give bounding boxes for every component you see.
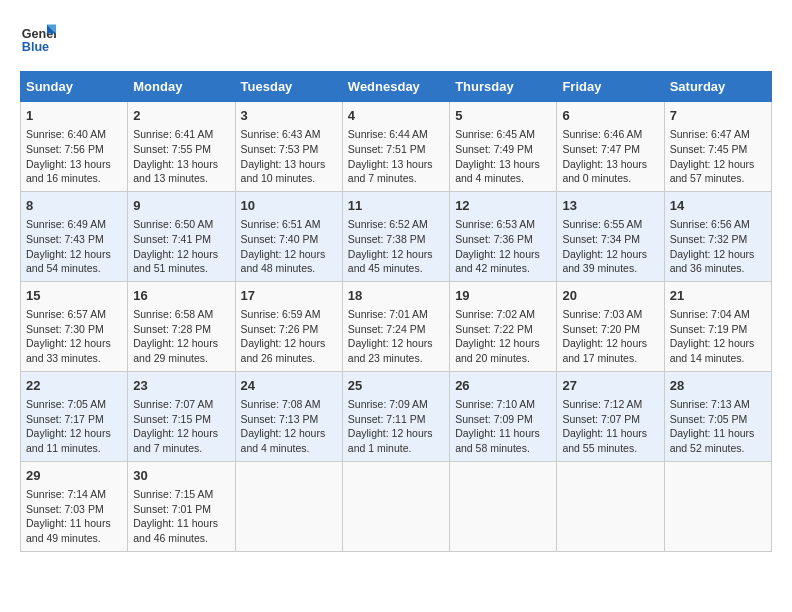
calendar-cell: 11Sunrise: 6:52 AM Sunset: 7:38 PM Dayli… <box>342 191 449 281</box>
day-number: 17 <box>241 287 337 305</box>
day-detail: Sunrise: 6:59 AM Sunset: 7:26 PM Dayligh… <box>241 307 337 366</box>
header-day-tuesday: Tuesday <box>235 72 342 102</box>
day-detail: Sunrise: 6:53 AM Sunset: 7:36 PM Dayligh… <box>455 217 551 276</box>
day-number: 7 <box>670 107 766 125</box>
calendar-cell: 1Sunrise: 6:40 AM Sunset: 7:56 PM Daylig… <box>21 102 128 192</box>
calendar-week-4: 22Sunrise: 7:05 AM Sunset: 7:17 PM Dayli… <box>21 371 772 461</box>
day-number: 11 <box>348 197 444 215</box>
day-detail: Sunrise: 6:52 AM Sunset: 7:38 PM Dayligh… <box>348 217 444 276</box>
calendar-cell: 27Sunrise: 7:12 AM Sunset: 7:07 PM Dayli… <box>557 371 664 461</box>
calendar-cell: 15Sunrise: 6:57 AM Sunset: 7:30 PM Dayli… <box>21 281 128 371</box>
calendar-body: 1Sunrise: 6:40 AM Sunset: 7:56 PM Daylig… <box>21 102 772 552</box>
day-detail: Sunrise: 7:01 AM Sunset: 7:24 PM Dayligh… <box>348 307 444 366</box>
calendar-cell: 17Sunrise: 6:59 AM Sunset: 7:26 PM Dayli… <box>235 281 342 371</box>
header-day-saturday: Saturday <box>664 72 771 102</box>
day-detail: Sunrise: 7:09 AM Sunset: 7:11 PM Dayligh… <box>348 397 444 456</box>
header-day-thursday: Thursday <box>450 72 557 102</box>
day-detail: Sunrise: 7:03 AM Sunset: 7:20 PM Dayligh… <box>562 307 658 366</box>
calendar-week-5: 29Sunrise: 7:14 AM Sunset: 7:03 PM Dayli… <box>21 461 772 551</box>
day-number: 6 <box>562 107 658 125</box>
day-number: 28 <box>670 377 766 395</box>
day-detail: Sunrise: 7:13 AM Sunset: 7:05 PM Dayligh… <box>670 397 766 456</box>
day-detail: Sunrise: 6:55 AM Sunset: 7:34 PM Dayligh… <box>562 217 658 276</box>
calendar-cell: 25Sunrise: 7:09 AM Sunset: 7:11 PM Dayli… <box>342 371 449 461</box>
day-number: 3 <box>241 107 337 125</box>
calendar-cell <box>557 461 664 551</box>
day-number: 9 <box>133 197 229 215</box>
day-detail: Sunrise: 6:45 AM Sunset: 7:49 PM Dayligh… <box>455 127 551 186</box>
day-detail: Sunrise: 6:46 AM Sunset: 7:47 PM Dayligh… <box>562 127 658 186</box>
calendar-cell: 29Sunrise: 7:14 AM Sunset: 7:03 PM Dayli… <box>21 461 128 551</box>
calendar-cell: 24Sunrise: 7:08 AM Sunset: 7:13 PM Dayli… <box>235 371 342 461</box>
calendar-cell <box>235 461 342 551</box>
day-detail: Sunrise: 6:51 AM Sunset: 7:40 PM Dayligh… <box>241 217 337 276</box>
day-detail: Sunrise: 6:47 AM Sunset: 7:45 PM Dayligh… <box>670 127 766 186</box>
calendar-cell: 16Sunrise: 6:58 AM Sunset: 7:28 PM Dayli… <box>128 281 235 371</box>
calendar-cell: 21Sunrise: 7:04 AM Sunset: 7:19 PM Dayli… <box>664 281 771 371</box>
day-number: 19 <box>455 287 551 305</box>
day-detail: Sunrise: 6:40 AM Sunset: 7:56 PM Dayligh… <box>26 127 122 186</box>
day-detail: Sunrise: 6:50 AM Sunset: 7:41 PM Dayligh… <box>133 217 229 276</box>
day-number: 29 <box>26 467 122 485</box>
calendar-cell: 13Sunrise: 6:55 AM Sunset: 7:34 PM Dayli… <box>557 191 664 281</box>
day-number: 8 <box>26 197 122 215</box>
day-number: 27 <box>562 377 658 395</box>
day-number: 4 <box>348 107 444 125</box>
calendar-cell: 7Sunrise: 6:47 AM Sunset: 7:45 PM Daylig… <box>664 102 771 192</box>
day-detail: Sunrise: 6:43 AM Sunset: 7:53 PM Dayligh… <box>241 127 337 186</box>
header-day-wednesday: Wednesday <box>342 72 449 102</box>
svg-text:Blue: Blue <box>22 40 49 54</box>
header-day-friday: Friday <box>557 72 664 102</box>
day-detail: Sunrise: 7:12 AM Sunset: 7:07 PM Dayligh… <box>562 397 658 456</box>
calendar-week-1: 1Sunrise: 6:40 AM Sunset: 7:56 PM Daylig… <box>21 102 772 192</box>
day-detail: Sunrise: 6:57 AM Sunset: 7:30 PM Dayligh… <box>26 307 122 366</box>
day-number: 15 <box>26 287 122 305</box>
day-detail: Sunrise: 7:08 AM Sunset: 7:13 PM Dayligh… <box>241 397 337 456</box>
calendar-cell: 4Sunrise: 6:44 AM Sunset: 7:51 PM Daylig… <box>342 102 449 192</box>
day-detail: Sunrise: 6:49 AM Sunset: 7:43 PM Dayligh… <box>26 217 122 276</box>
calendar-cell: 5Sunrise: 6:45 AM Sunset: 7:49 PM Daylig… <box>450 102 557 192</box>
page-header: General Blue <box>20 20 772 56</box>
calendar-cell: 9Sunrise: 6:50 AM Sunset: 7:41 PM Daylig… <box>128 191 235 281</box>
day-number: 18 <box>348 287 444 305</box>
calendar-cell <box>664 461 771 551</box>
calendar-cell: 20Sunrise: 7:03 AM Sunset: 7:20 PM Dayli… <box>557 281 664 371</box>
calendar-cell: 18Sunrise: 7:01 AM Sunset: 7:24 PM Dayli… <box>342 281 449 371</box>
day-number: 1 <box>26 107 122 125</box>
day-detail: Sunrise: 6:44 AM Sunset: 7:51 PM Dayligh… <box>348 127 444 186</box>
calendar-cell: 14Sunrise: 6:56 AM Sunset: 7:32 PM Dayli… <box>664 191 771 281</box>
day-number: 16 <box>133 287 229 305</box>
day-number: 24 <box>241 377 337 395</box>
calendar-cell: 2Sunrise: 6:41 AM Sunset: 7:55 PM Daylig… <box>128 102 235 192</box>
calendar-cell: 8Sunrise: 6:49 AM Sunset: 7:43 PM Daylig… <box>21 191 128 281</box>
day-detail: Sunrise: 7:04 AM Sunset: 7:19 PM Dayligh… <box>670 307 766 366</box>
calendar-cell <box>450 461 557 551</box>
calendar-cell: 23Sunrise: 7:07 AM Sunset: 7:15 PM Dayli… <box>128 371 235 461</box>
calendar-cell: 30Sunrise: 7:15 AM Sunset: 7:01 PM Dayli… <box>128 461 235 551</box>
logo-icon: General Blue <box>20 20 56 56</box>
day-detail: Sunrise: 7:05 AM Sunset: 7:17 PM Dayligh… <box>26 397 122 456</box>
day-number: 23 <box>133 377 229 395</box>
calendar-cell <box>342 461 449 551</box>
day-detail: Sunrise: 7:14 AM Sunset: 7:03 PM Dayligh… <box>26 487 122 546</box>
day-number: 2 <box>133 107 229 125</box>
day-detail: Sunrise: 6:56 AM Sunset: 7:32 PM Dayligh… <box>670 217 766 276</box>
calendar-cell: 26Sunrise: 7:10 AM Sunset: 7:09 PM Dayli… <box>450 371 557 461</box>
calendar-cell: 6Sunrise: 6:46 AM Sunset: 7:47 PM Daylig… <box>557 102 664 192</box>
day-number: 5 <box>455 107 551 125</box>
day-detail: Sunrise: 7:07 AM Sunset: 7:15 PM Dayligh… <box>133 397 229 456</box>
day-number: 21 <box>670 287 766 305</box>
day-detail: Sunrise: 6:58 AM Sunset: 7:28 PM Dayligh… <box>133 307 229 366</box>
day-number: 22 <box>26 377 122 395</box>
calendar-week-2: 8Sunrise: 6:49 AM Sunset: 7:43 PM Daylig… <box>21 191 772 281</box>
day-number: 25 <box>348 377 444 395</box>
calendar-week-3: 15Sunrise: 6:57 AM Sunset: 7:30 PM Dayli… <box>21 281 772 371</box>
day-number: 12 <box>455 197 551 215</box>
calendar-cell: 3Sunrise: 6:43 AM Sunset: 7:53 PM Daylig… <box>235 102 342 192</box>
header-day-monday: Monday <box>128 72 235 102</box>
calendar-cell: 19Sunrise: 7:02 AM Sunset: 7:22 PM Dayli… <box>450 281 557 371</box>
day-number: 13 <box>562 197 658 215</box>
header-day-sunday: Sunday <box>21 72 128 102</box>
day-number: 20 <box>562 287 658 305</box>
calendar-cell: 22Sunrise: 7:05 AM Sunset: 7:17 PM Dayli… <box>21 371 128 461</box>
